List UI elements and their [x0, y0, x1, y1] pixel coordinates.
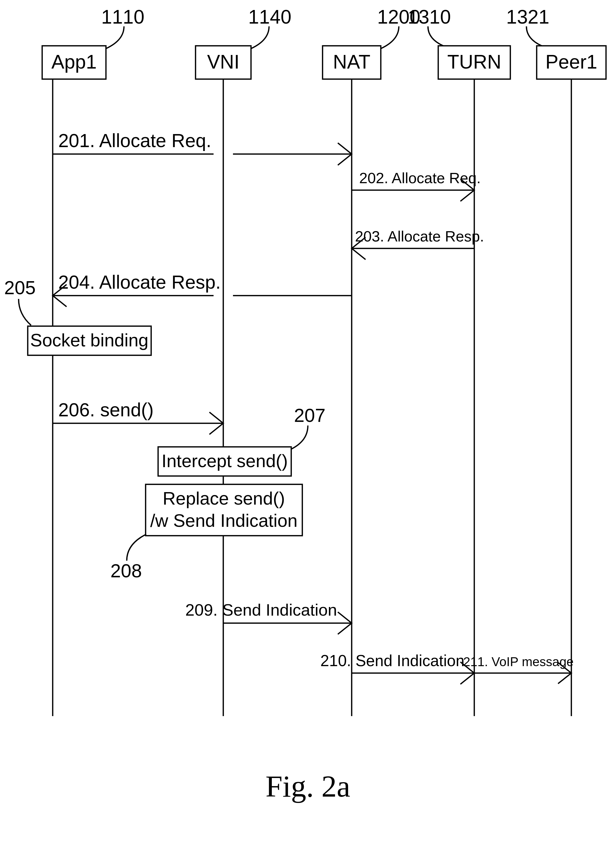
message-201: 201. Allocate Req.	[53, 130, 352, 165]
participant-turn-label: TURN	[447, 51, 501, 73]
self-action-207-label: Intercept send()	[161, 451, 287, 471]
message-210: 210. Send Indication	[320, 652, 474, 684]
participant-peer1-ref: 1321	[506, 6, 549, 28]
self-action-207-ref: 207	[294, 405, 325, 426]
self-action-208-label-line2: /w Send Indication	[150, 510, 297, 531]
message-204: 204. Allocate Resp.	[53, 272, 352, 307]
self-action-205-ref: 205	[4, 277, 35, 298]
message-206-label: 206. send()	[58, 399, 154, 420]
figure-caption: Fig. 2a	[265, 769, 350, 803]
message-203-label: 203. Allocate Resp.	[355, 228, 484, 244]
participant-turn-ref: 1310	[408, 6, 451, 28]
message-210-label: 210. Send Indication	[320, 652, 465, 669]
participant-nat-label: NAT	[333, 51, 371, 73]
message-211-label: 211. VoIP message	[463, 654, 573, 669]
participant-nat: NAT 1200	[323, 6, 421, 79]
self-action-208-label-line1: Replace send()	[163, 488, 285, 509]
participant-app1-ref: 1110	[101, 6, 145, 28]
participant-app1-label: App1	[51, 51, 97, 73]
self-action-207: Intercept send() 207	[158, 405, 325, 476]
message-209-label: 209. Send Indication	[185, 601, 337, 619]
message-204-label: 204. Allocate Resp.	[58, 272, 221, 293]
message-202: 202. Allocate Req.	[352, 170, 481, 201]
self-action-208-ref: 208	[110, 560, 142, 581]
message-206: 206. send()	[53, 399, 223, 434]
self-action-205-label: Socket binding	[30, 330, 148, 350]
message-211: 211. VoIP message	[463, 654, 573, 684]
participant-vni-ref: 1140	[248, 6, 292, 28]
message-209: 209. Send Indication	[185, 601, 352, 634]
participant-turn: TURN 1310	[408, 6, 510, 79]
message-202-label: 202. Allocate Req.	[359, 170, 481, 186]
participant-vni: VNI 1140	[195, 6, 292, 79]
message-203: 203. Allocate Resp.	[352, 228, 484, 260]
participant-peer1-label: Peer1	[546, 51, 597, 73]
self-action-208: Replace send() /w Send Indication 208	[110, 484, 302, 581]
message-201-label: 201. Allocate Req.	[58, 130, 211, 151]
participant-app1: App1 1110	[42, 6, 145, 79]
participant-vni-label: VNI	[207, 51, 240, 73]
participant-peer1: Peer1 1321	[506, 6, 606, 79]
